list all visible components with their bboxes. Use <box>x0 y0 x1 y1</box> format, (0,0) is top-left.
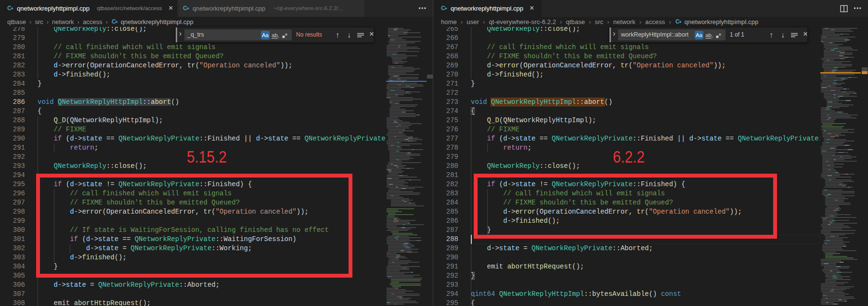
svg-text:*: * <box>719 31 722 39</box>
svg-text:*: * <box>285 31 288 39</box>
svg-text:C: C <box>441 5 445 12</box>
svg-text:C: C <box>112 18 116 25</box>
svg-text:C: C <box>183 5 187 12</box>
svg-text:C: C <box>7 5 12 12</box>
svg-text:C: C <box>675 18 680 25</box>
